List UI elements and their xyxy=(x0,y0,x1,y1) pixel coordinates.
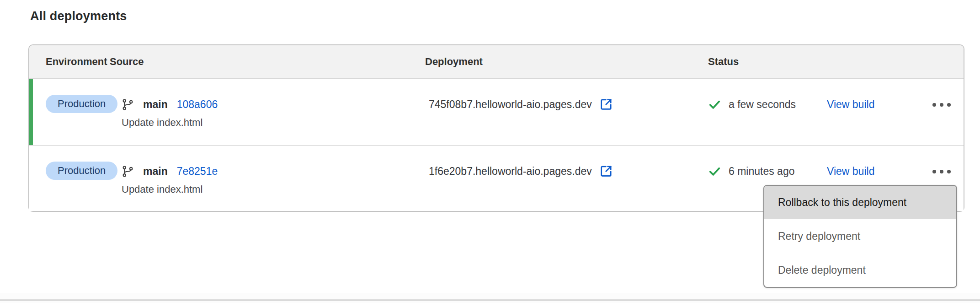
ellipsis-icon xyxy=(932,170,936,173)
commit-link[interactable]: 7e8251e xyxy=(177,165,218,178)
environment-badge: Production xyxy=(46,95,117,113)
page-bottom-divider xyxy=(0,299,980,301)
check-icon xyxy=(708,165,721,178)
deployment-url: 745f08b7.helloworld-aio.pages.dev xyxy=(429,98,592,111)
row-actions-menu-button[interactable] xyxy=(932,101,952,108)
git-branch-icon xyxy=(122,98,134,111)
view-build-link[interactable]: View build xyxy=(827,98,874,110)
deployment-url: 1f6e20b7.helloworld-aio.pages.dev xyxy=(429,165,592,178)
column-header-deployment: Deployment xyxy=(425,56,708,68)
menu-item-retry[interactable]: Retry deployment xyxy=(764,219,956,253)
menu-item-delete[interactable]: Delete deployment xyxy=(764,253,956,287)
ellipsis-icon xyxy=(932,103,936,107)
page-title: All deployments xyxy=(30,9,127,23)
row-actions-menu-button[interactable] xyxy=(932,168,952,175)
external-link-icon[interactable] xyxy=(599,164,613,178)
menu-item-rollback[interactable]: Rollback to this deployment xyxy=(764,186,956,219)
check-icon xyxy=(708,98,721,111)
environment-badge: Production xyxy=(46,162,117,180)
column-header-source: Source xyxy=(110,56,425,68)
table-row: Production main 108a606 Update index.htm… xyxy=(29,79,964,145)
external-link-icon[interactable] xyxy=(599,97,613,111)
column-header-status: Status xyxy=(708,56,827,68)
column-header-environment: Environment xyxy=(29,56,110,68)
row-actions-context-menu: Rollback to this deployment Retry deploy… xyxy=(763,185,957,288)
branch-name: main xyxy=(143,165,168,178)
view-build-link[interactable]: View build xyxy=(827,165,874,177)
status-text: a few seconds xyxy=(729,98,796,111)
commit-message: Update index.html xyxy=(122,183,425,196)
status-text: 6 minutes ago xyxy=(729,165,794,178)
page-bottom-band xyxy=(0,293,980,303)
commit-message: Update index.html xyxy=(122,116,425,130)
table-header-row: Environment Source Deployment Status xyxy=(29,45,964,79)
branch-name: main xyxy=(143,98,168,111)
commit-link[interactable]: 108a606 xyxy=(177,98,218,111)
git-branch-icon xyxy=(122,165,134,178)
